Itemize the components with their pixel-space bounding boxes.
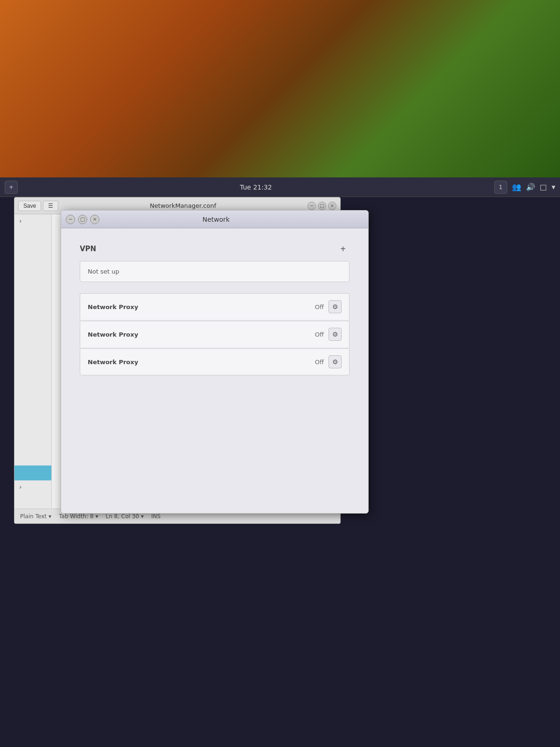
proxy-status-2: Off <box>315 331 324 338</box>
vpn-add-button[interactable]: + <box>336 242 350 255</box>
clock: Tue 21:32 <box>240 183 272 191</box>
vpn-not-set-text: Not set up <box>80 261 350 282</box>
proxy-row-2: Network Proxy Off ⚙ <box>80 321 350 347</box>
proxy-label-1: Network Proxy <box>88 303 138 310</box>
position-chevron-icon: ▾ <box>141 513 144 520</box>
editor-menu-button[interactable]: ☰ <box>43 201 58 211</box>
gear-icon-3: ⚙ <box>332 358 338 366</box>
editor-title: NetworkManager.conf <box>58 202 308 209</box>
proxy-section: Network Proxy Off ⚙ Network Proxy Off ⚙ <box>80 293 350 375</box>
tab-width-selector[interactable]: Tab Width: 8 ▾ <box>59 513 98 520</box>
vpn-section: VPN + Not set up <box>80 242 350 282</box>
speaker-icon[interactable]: 🔊 <box>526 183 535 191</box>
editor-maximize-button[interactable]: □ <box>318 202 326 210</box>
language-label: Plain Text <box>20 513 47 520</box>
sidebar-blue-item <box>14 465 51 480</box>
tab-width-label: Tab Width: 8 <box>59 513 93 520</box>
photo-background <box>0 0 560 177</box>
save-button[interactable]: Save <box>18 201 41 211</box>
taskbar-left: + <box>0 181 18 194</box>
users-icon: 👥 <box>512 183 521 191</box>
editor-sidebar: › › <box>14 214 52 508</box>
vpn-header: VPN + <box>80 242 350 255</box>
network-close-button[interactable]: × <box>90 215 99 224</box>
sidebar-chevron-1[interactable]: › <box>14 214 47 227</box>
tab-width-chevron-icon: ▾ <box>95 513 98 520</box>
add-workspace-button[interactable]: + <box>5 181 18 194</box>
proxy-right-2: Off ⚙ <box>315 328 342 341</box>
workspace-number: 1 <box>499 184 503 190</box>
taskbar: + Tue 21:32 1 👥 🔊 □ ▾ <box>0 177 560 197</box>
vpn-label: VPN <box>80 245 96 253</box>
proxy-gear-button-2[interactable]: ⚙ <box>329 328 342 341</box>
network-window: − □ × Network VPN + Not set up Network P… <box>61 210 369 514</box>
gear-icon-2: ⚙ <box>332 331 338 338</box>
proxy-label-3: Network Proxy <box>88 359 138 366</box>
position-label: Ln 8, Col 30 <box>106 513 140 520</box>
add-icon: + <box>9 184 14 190</box>
network-maximize-button[interactable]: □ <box>78 215 87 224</box>
editor-minimize-button[interactable]: − <box>308 202 316 210</box>
proxy-row-1: Network Proxy Off ⚙ <box>80 293 350 320</box>
editor-toolbar: Save ☰ <box>18 201 58 211</box>
editor-window-controls: − □ × <box>308 202 336 210</box>
network-window-controls: − □ × <box>66 215 99 224</box>
proxy-label-2: Network Proxy <box>88 331 138 338</box>
network-minimize-button[interactable]: − <box>66 215 75 224</box>
insert-mode-indicator: INS <box>151 513 161 520</box>
menu-chevron-icon[interactable]: ▾ <box>552 183 555 191</box>
editor-close-button[interactable]: × <box>328 202 336 210</box>
language-selector[interactable]: Plain Text ▾ <box>20 513 51 520</box>
proxy-status-1: Off <box>315 303 324 310</box>
proxy-gear-button-1[interactable]: ⚙ <box>329 300 342 313</box>
position-indicator[interactable]: Ln 8, Col 30 ▾ <box>106 513 144 520</box>
sidebar-chevron-2[interactable]: › <box>14 480 47 493</box>
proxy-status-3: Off <box>315 359 324 366</box>
taskbar-center: Tue 21:32 <box>240 183 272 191</box>
proxy-row-3: Network Proxy Off ⚙ <box>80 348 350 375</box>
proxy-right-1: Off ⚙ <box>315 300 342 313</box>
proxy-right-3: Off ⚙ <box>315 355 342 368</box>
language-chevron-icon: ▾ <box>49 513 51 520</box>
insert-mode-label: INS <box>151 513 161 520</box>
workspace-indicator[interactable]: 1 <box>494 181 507 194</box>
display-icon: □ <box>540 183 547 191</box>
network-window-title: Network <box>99 216 333 223</box>
network-content: VPN + Not set up Network Proxy Off ⚙ Net… <box>61 228 368 389</box>
network-titlebar: − □ × Network <box>61 211 368 228</box>
gear-icon-1: ⚙ <box>332 303 338 310</box>
proxy-gear-button-3[interactable]: ⚙ <box>329 355 342 368</box>
taskbar-right: 1 👥 🔊 □ ▾ <box>494 181 560 194</box>
